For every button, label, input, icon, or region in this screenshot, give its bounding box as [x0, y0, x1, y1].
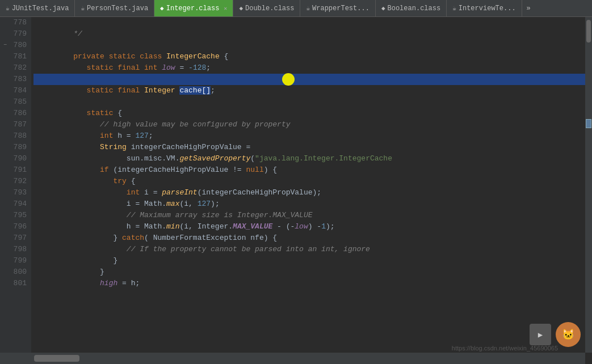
- line-num-793: 793: [2, 187, 27, 198]
- code-line-780: private static class IntegerCache {: [33, 40, 592, 51]
- class-icon: ◆: [160, 5, 164, 12]
- line-num-779: 779: [2, 28, 27, 40]
- code-line-786: // high value may be configured by prope…: [33, 108, 592, 119]
- hscrollbar-thumb[interactable]: [34, 355, 79, 362]
- line-num-782: 782: [2, 62, 27, 74]
- tab-wrappertest[interactable]: ☕ WrapperTest...: [300, 0, 375, 16]
- line-num-799: 799: [2, 255, 27, 266]
- code-line-778: */: [33, 17, 592, 28]
- code-line-801: [33, 278, 592, 289]
- code-line-797: // If the property cannot be parsed into…: [33, 232, 592, 244]
- code-line-788: String integerCacheHighPropValue =: [33, 130, 592, 142]
- line-num-780: −780: [2, 40, 27, 51]
- code-line-798: }: [33, 244, 592, 255]
- scroll-indicator: [586, 119, 591, 128]
- line-num-796: 796: [2, 221, 27, 232]
- java-icon-2: ☕: [81, 5, 85, 12]
- line-num-798: 798: [2, 244, 27, 255]
- scrollbar-thumb[interactable]: [586, 20, 591, 43]
- editor: 778 779 −780 781 782 783 784 785 786 787…: [0, 17, 592, 364]
- class-icon-2: ◆: [239, 5, 243, 12]
- line-num-781: 781: [2, 51, 27, 62]
- code-line-790: if (integerCacheHighPropValue != null) {: [33, 153, 592, 164]
- code-line-795: h = Math.min(i, Integer.MAX_VALUE - (-lo…: [33, 210, 592, 221]
- tab-persontest[interactable]: ☕ PersonTest.java: [75, 0, 154, 16]
- line-num-789: 789: [2, 142, 27, 153]
- line-num-788: 788: [2, 130, 27, 142]
- line-num-795: 795: [2, 210, 27, 221]
- horizontal-scrollbar[interactable]: [0, 353, 585, 364]
- line-num-800: 800: [2, 266, 27, 278]
- code-line-796: } catch( NumberFormatException nfe) {: [33, 221, 592, 232]
- code-content[interactable]: */ private static class IntegerCache { s…: [31, 17, 592, 364]
- line-num-791: 791: [2, 164, 27, 176]
- code-line-799: }: [33, 255, 592, 266]
- line-numbers: 778 779 −780 781 782 783 784 785 786 787…: [0, 17, 31, 364]
- line-num-801: 801: [2, 278, 27, 289]
- bottom-icons: ▶ 🐱: [530, 322, 581, 347]
- class-icon-3: ◆: [381, 5, 385, 12]
- tab-doubleclass[interactable]: ◆ Double.class: [233, 0, 300, 16]
- code-line-782: static final int high;: [33, 62, 592, 74]
- line-num-783: 783: [2, 74, 27, 85]
- line-num-787: 787: [2, 119, 27, 130]
- tab-integerclass[interactable]: ◆ Integer.class ✕: [154, 0, 233, 16]
- line-num-778: 778: [2, 17, 27, 28]
- code-line-793: i = Math.max(i, 127);: [33, 187, 592, 198]
- tab-interviewtest[interactable]: ☕ InterviewTe...: [447, 0, 522, 16]
- line-num-797: 797: [2, 232, 27, 244]
- code-line-800: high = h;: [33, 266, 592, 278]
- code-line-791: try {: [33, 164, 592, 176]
- action-icon-2[interactable]: 🐱: [556, 322, 581, 347]
- code-line-789: sun.misc.VM.getSavedProperty("java.lang.…: [33, 142, 592, 153]
- code-line-783: static final Integer cache[];: [33, 74, 592, 85]
- tab-booleanclass[interactable]: ◆ Boolean.class: [376, 0, 447, 16]
- java-icon: ☕: [6, 5, 10, 12]
- line-num-790: 790: [2, 153, 27, 164]
- tab-close-integerclass[interactable]: ✕: [224, 5, 227, 12]
- code-line-779: [33, 28, 592, 40]
- java-icon-3: ☕: [306, 5, 310, 12]
- line-num-784: 784: [2, 85, 27, 96]
- code-line-785: static {: [33, 96, 592, 108]
- line-num-785: 785: [2, 96, 27, 108]
- line-num-786: 786: [2, 108, 27, 119]
- tab-bar: ☕ JUnitTest.java ☕ PersonTest.java ◆ Int…: [0, 0, 592, 17]
- code-line-792: int i = parseInt(integerCacheHighPropVal…: [33, 176, 592, 187]
- tab-junittest[interactable]: ☕ JUnitTest.java: [0, 0, 75, 16]
- code-line-781: static final int low = -128;: [33, 51, 592, 62]
- action-icon-1[interactable]: ▶: [530, 324, 551, 345]
- line-num-794: 794: [2, 198, 27, 210]
- tab-overflow[interactable]: »: [522, 5, 535, 12]
- code-line-784: [33, 85, 592, 96]
- java-icon-4: ☕: [452, 5, 456, 12]
- line-num-792: 792: [2, 176, 27, 187]
- code-line-794: // Maximum array size is Integer.MAX_VAL…: [33, 198, 592, 210]
- cursor-indicator: [282, 73, 295, 86]
- vertical-scrollbar[interactable]: [585, 17, 592, 353]
- code-line-787: int h = 127;: [33, 119, 592, 130]
